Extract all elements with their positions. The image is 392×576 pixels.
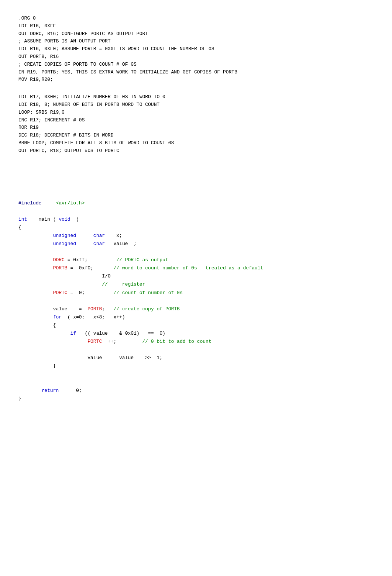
c-for-loop: for ( x=0; x<8; x++): [18, 314, 125, 320]
c-func-close: }: [18, 396, 21, 401]
asm-line-6: OUT PORTB, R16: [18, 54, 59, 59]
c-io-line: I/O: [18, 273, 111, 279]
section-separator: [18, 155, 374, 199]
asm-line-5: LDI R16, 0XF0; ASSUME PORTB = 0X0F IS WO…: [18, 46, 214, 52]
c-include-line: #include <avr/io.h>: [18, 200, 85, 206]
asm2-line-7: BRNE LOOP; COMPLETE FOR ALL 8 BITS OF WO…: [18, 140, 174, 146]
c-portc-inc: PORTC ++; // 0 bit to add to count: [18, 339, 212, 344]
c-portc-line: PORTC = 0; // count of number of 0s: [18, 290, 183, 296]
asm2-line-4: INC R17; INCREMENT # 0S: [18, 117, 85, 123]
assembly-code-block1: .ORG 0 LDI R16, 0XFF OUT DDRC, R16; CONF…: [18, 15, 374, 84]
c-func-sig: int main ( void ): [18, 217, 79, 222]
asm2-line-2: LDI R18, 8; NUMBER OF BITS IN PORTB WORD…: [18, 102, 159, 107]
c-if-stmt: if (( value & 0x01) == 0): [18, 331, 165, 336]
asm-line-7: ; CREATE COPIES OF PORTB TO COUNT # OF 0…: [18, 62, 137, 67]
c-open-brace: {: [18, 225, 21, 230]
asm-line-3: OUT DDRC, R16; CONFIGURE PORTC AS OUTPUT…: [18, 31, 148, 37]
c-register-line: // register: [18, 282, 145, 287]
asm-line-2: LDI R16, 0XFF: [18, 23, 56, 29]
asm2-line-1: LDI R17, 0X00; INITIALIZE NUMBER OF 0S I…: [18, 94, 165, 100]
asm2-line-3: LOOP: SRBS R19,0: [18, 110, 65, 115]
assembly-code-block2: LDI R17, 0X00; INITIALIZE NUMBER OF 0S I…: [18, 93, 374, 155]
asm-line-9: MOV R19,R20;: [18, 77, 53, 82]
asm-line-8: IN R19, PORTB; YES, THIS IS EXTRA WORK T…: [18, 69, 237, 75]
asm-line-4: ; ASSUME PORTB IS AN OUTPUT PORT: [18, 38, 111, 44]
blank-space-1: [18, 84, 374, 93]
page-content: .ORG 0 LDI R16, 0XFF OUT DDRC, R16; CONF…: [18, 15, 374, 403]
c-var-x: unsigned char x;: [18, 233, 122, 238]
c-ddrc-line: DDRC = 0xff; // PORTC as output: [18, 257, 168, 263]
c-value-assign: value = PORTB; // create copy of PORTB: [18, 306, 180, 312]
c-return: return 0;: [18, 388, 82, 393]
c-portb-line: PORTB = 0xf0; // word to count number of…: [18, 265, 263, 271]
assembly-section: .ORG 0 LDI R16, 0XFF OUT DDRC, R16; CONF…: [18, 15, 374, 155]
asm-line-1: .ORG 0: [18, 15, 36, 21]
asm2-line-5: ROR R19: [18, 125, 39, 130]
asm2-line-8: OUT PORTC, R18; OUTPUT #0S TO PORTC: [18, 148, 119, 154]
c-for-close: }: [18, 363, 56, 369]
c-var-value: unsigned char value ;: [18, 241, 137, 246]
c-for-open: {: [18, 323, 56, 328]
c-code-block: #include <avr/io.h> int main ( void ) { …: [18, 199, 374, 403]
c-code-section: #include <avr/io.h> int main ( void ) { …: [18, 199, 374, 403]
asm2-line-6: DEC R18; DECREMENT # BITS IN WORD: [18, 132, 113, 138]
c-value-shift: value = value >> 1;: [18, 355, 162, 361]
